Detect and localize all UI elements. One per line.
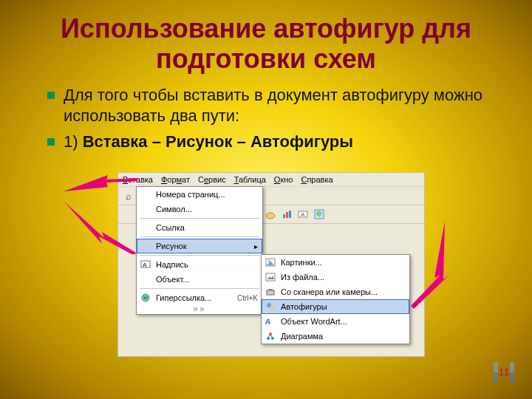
textbox-icon: A — [140, 259, 151, 270]
svg-rect-24 — [266, 273, 275, 281]
submenu-arrow-icon: ▸ — [254, 242, 258, 250]
tb-drawing-icon[interactable] — [263, 207, 278, 222]
sm-diagram[interactable]: Диаграмма — [262, 329, 409, 344]
bullet-1: Для того чтобы вставить в документ автоф… — [44, 85, 488, 127]
autoshapes-icon — [265, 301, 276, 313]
menu-format[interactable]: Формат — [161, 175, 190, 184]
sm-autoshapes[interactable]: Автофигуры — [262, 299, 409, 314]
link-icon — [140, 222, 151, 233]
svg-text:A: A — [143, 262, 147, 268]
menu-table[interactable]: Таблица — [234, 175, 266, 184]
object-icon — [140, 273, 151, 285]
dd-item-picture[interactable]: Рисунок ▸ — [137, 239, 262, 253]
scanner-icon — [265, 286, 276, 298]
menu-help[interactable]: Справка — [301, 175, 332, 184]
svg-text:A: A — [265, 317, 272, 326]
dd-expand[interactable]: »» — [137, 305, 262, 314]
svg-rect-30 — [270, 307, 274, 310]
menu-insert[interactable]: Вставка — [123, 175, 153, 184]
dd-item-object[interactable]: Объект... — [137, 272, 262, 287]
sm-wordart[interactable]: A Объект WordArt... — [262, 314, 409, 329]
symbol-icon — [140, 203, 151, 215]
dd-item-textbox[interactable]: A Надпись — [137, 257, 262, 272]
svg-rect-27 — [267, 290, 274, 295]
page-icon — [140, 188, 151, 200]
dd-item-pagenumbers[interactable]: Номера страниц... — [137, 187, 262, 202]
bullet-2: 1) Вставка – Рисунок – Автофигуры — [44, 132, 488, 153]
svg-rect-28 — [268, 289, 273, 290]
page-number-badge: 11 — [491, 359, 517, 386]
tb-zoom-icon[interactable]: ⌕ — [121, 188, 136, 203]
svg-point-22 — [268, 260, 270, 262]
slide-title: Использование автофигур для подготовки с… — [0, 0, 532, 75]
menu-tools[interactable]: Сервис — [198, 175, 226, 184]
sm-fromfile[interactable]: Из файла... — [262, 270, 409, 284]
picture-submenu: Картинки... Из файла... Со сканера или к… — [261, 254, 410, 344]
dd-item-symbol[interactable]: Символ... — [137, 202, 262, 216]
globe-icon — [140, 292, 151, 304]
svg-rect-12 — [283, 214, 285, 218]
divider — [140, 288, 259, 289]
dd-item-link[interactable]: Ссылка — [137, 220, 262, 235]
menubar: Вставка Формат Сервис Таблица Окно Справ… — [118, 173, 424, 187]
picture-icon — [140, 240, 151, 252]
divider — [140, 255, 259, 256]
slide: Использование автофигур для подготовки с… — [0, 0, 532, 399]
tb-chart-icon[interactable] — [279, 207, 294, 222]
divider — [140, 236, 259, 237]
clipart-icon — [265, 256, 276, 268]
dd-item-hyperlink[interactable]: Гиперссылка... Ctrl+K — [137, 290, 262, 305]
svg-text:A: A — [301, 211, 305, 218]
diagram-icon — [265, 330, 276, 342]
divider — [140, 218, 259, 219]
word-screenshot: Вставка Формат Сервис Таблица Окно Справ… — [118, 173, 424, 356]
wordart-icon: A — [265, 316, 276, 327]
sm-clipart[interactable]: Картинки... — [262, 255, 409, 270]
insert-dropdown: Номера страниц... Символ... Ссылка Рисун… — [136, 186, 263, 315]
body-text: Для того чтобы вставить в документ автоф… — [0, 75, 532, 153]
tb-map-icon[interactable] — [312, 207, 327, 222]
svg-rect-13 — [286, 212, 288, 218]
image-icon — [265, 271, 276, 283]
svg-point-11 — [266, 213, 275, 219]
svg-rect-14 — [289, 211, 291, 218]
sm-scanner[interactable]: Со сканера или камеры... — [262, 284, 409, 299]
menu-window[interactable]: Окно — [274, 175, 293, 184]
tb-textbox-icon[interactable]: A — [296, 207, 310, 222]
